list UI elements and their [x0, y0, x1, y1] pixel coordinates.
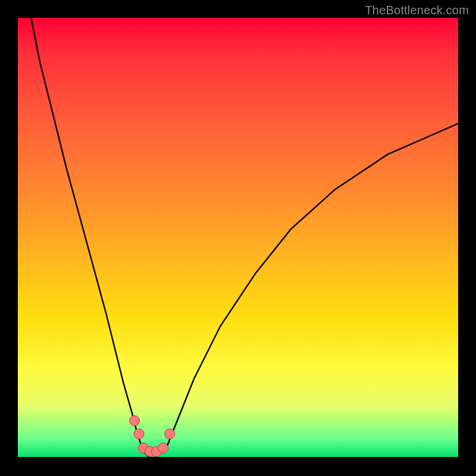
curve-markers: [130, 416, 175, 457]
bottleneck-curve: [31, 18, 458, 458]
watermark: TheBottleneck.com: [365, 4, 469, 17]
curve-marker: [130, 416, 140, 426]
axis-x: [18, 457, 458, 458]
bottleneck-curve-svg: [18, 18, 458, 458]
plot-area: [18, 18, 458, 458]
chart-frame: TheBottleneck.com: [0, 0, 476, 476]
curve-marker: [165, 429, 175, 439]
axis-y: [17, 18, 18, 458]
curve-marker: [158, 443, 168, 453]
curve-marker: [134, 429, 144, 439]
